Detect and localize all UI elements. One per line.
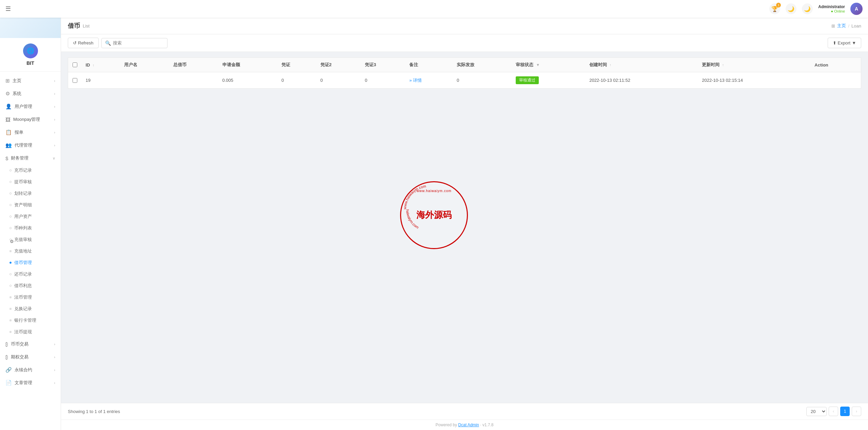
sort-updated-icon[interactable]: ↑ [722,63,724,67]
menu-label-orders: 报单 [15,129,23,135]
submenu-fiat-withdraw[interactable]: 法币提现 [0,326,61,338]
agents-icon: 👥 [5,142,12,148]
sidebar-item-home[interactable]: ⊞ 主页 › [0,74,61,87]
admin-avatar[interactable]: A [850,3,863,15]
chevron-futures: › [54,355,55,359]
next-page-button[interactable]: › [852,407,861,416]
page-footer: Powered by Dcat Admin · v1.7.8 [61,419,868,430]
moon-icon-button[interactable]: 🌙 [786,3,796,14]
export-button[interactable]: ⬆ Export ▼ [828,38,861,48]
dot-userassets [9,216,12,218]
sidebar-item-moonpay[interactable]: 🖼 Moonpay管理 › [0,113,61,126]
sidebar-item-coin-trade[interactable]: ₿ 币币交易 › [0,338,61,351]
header-left: ☰ [5,5,11,13]
sidebar-item-agents[interactable]: 👥 代理管理 › [0,139,61,152]
logo-icon: 🌐 [23,43,38,58]
table-head: ID ↑ 用户名 总借币 申请金额 凭证 [68,58,861,72]
td-apply-amount: 0.005 [218,72,277,89]
table-container: ID ↑ 用户名 总借币 申请金额 凭证 [61,52,868,403]
sort-id-icon[interactable]: ↑ [93,63,94,67]
logo-text: BIT [26,60,34,66]
menu-label-finance: 财务管理 [11,155,28,161]
chevron-articles: › [54,381,55,385]
chevron-finance: ∨ [53,156,55,161]
main-layout: 🌐 BIT ⊞ 主页 › ⚙ 系统 › [0,18,868,430]
menu-label-coin-trade: 币币交易 [11,341,28,347]
moonpay-icon: 🖼 [5,117,11,123]
sidebar-item-users[interactable]: 👤 用户管理 › [0,100,61,113]
submenu-recharge-audit[interactable]: ⚙ 充值审核 [0,234,61,245]
th-total-coin: 总借币 [169,58,218,72]
chevron-system: › [54,92,55,96]
submenu-userassets[interactable]: 用户资产 [0,211,61,222]
admin-status: ● Online [831,9,845,13]
admin-name: Administrator [818,4,845,9]
submenu-coinlist[interactable]: 币种列表 [0,222,61,234]
breadcrumb-separator: / [848,23,849,29]
th-apply-amount: 申请金额 [218,58,277,72]
th-remark: 备注 [405,58,453,72]
menu-label-users: 用户管理 [15,104,32,110]
submenu-repay[interactable]: 还币记录 [0,268,61,280]
th-id: ID ↑ [82,58,120,72]
submenu-bank[interactable]: 银行卡管理 [0,315,61,326]
submenu-recharge[interactable]: 充币记录 [0,165,61,176]
refresh-button[interactable]: ↺ Refresh [68,38,99,48]
dcat-admin-link[interactable]: Dcat Admin [458,423,479,427]
sidebar-item-system[interactable]: ⚙ 系统 › [0,87,61,100]
prev-page-button[interactable]: ‹ [829,407,838,416]
sidebar-item-perpetual[interactable]: 🔗 永续合约 › [0,363,61,376]
dot-exchange [9,308,12,310]
dot-recharge-addr [9,250,12,252]
export-icon: ⬆ [833,40,836,45]
search-input[interactable] [113,40,164,45]
submenu-withdraw[interactable]: 提币审核 [0,176,61,188]
page-1-button[interactable]: 1 [840,407,850,416]
submenu-recharge-addr[interactable]: 充值地址 [0,245,61,257]
th-created-at: 创建时间 ↑ [585,58,698,72]
submenu-exchange[interactable]: 兑换记录 [0,303,61,315]
th-updated-at: 更新时间 ↑ [698,58,810,72]
sidebar-bg [0,18,61,38]
menu-label-home: 主页 [13,78,21,84]
submenu-transfer[interactable]: 划转记录 [0,188,61,199]
breadcrumb-current: Loan [851,23,861,29]
page-title-row: 借币 List [68,22,90,30]
sidebar-item-orders[interactable]: 📋 报单 › [0,126,61,139]
home-breadcrumb-icon: ⊞ [831,23,835,29]
select-all-checkbox[interactable] [73,62,77,67]
sidebar-item-articles[interactable]: 📄 文章管理 › [0,376,61,389]
menu-label-system: 系统 [13,91,21,97]
page-size-select[interactable]: 20 50 100 [806,407,827,416]
breadcrumb: ⊞ 主页 / Loan [831,23,861,29]
sidebar-logo: 🌐 BIT [0,38,61,72]
sun-icon-button[interactable]: 🌙 [802,3,813,14]
row-checkbox[interactable] [73,78,77,83]
remark-link[interactable]: » 详情 [409,78,422,83]
th-checkbox [68,58,82,72]
submenu-fiat-mgmt[interactable]: 法币管理 [0,292,61,303]
submenu-assets[interactable]: 资产明细 [0,199,61,211]
sidebar-item-finance[interactable]: $ 财务管理 ∨ [0,152,61,165]
sidebar-item-futures[interactable]: ₿ 期权交易 › [0,351,61,363]
header-right: 🏆 1 🌙 🌙 Administrator ● Online A [769,3,863,15]
articles-icon: 📄 [5,380,12,386]
submenu-interest[interactable]: 借币利息 [0,280,61,292]
dot-coinlist [9,227,12,229]
menu-label-futures: 期权交易 [11,354,28,360]
users-icon: 👤 [5,104,12,110]
showing-text: Showing 1 to 1 of 1 entries [68,409,120,414]
submenu-loan[interactable]: 借币管理 [0,257,61,268]
data-table: ID ↑ 用户名 总借币 申请金额 凭证 [68,57,861,89]
notification-button[interactable]: 🏆 1 [769,3,780,14]
menu-label-articles: 文章管理 [15,380,32,386]
filter-audit-icon[interactable]: ▼ [536,63,540,67]
menu-toggle-icon[interactable]: ☰ [5,5,11,13]
th-voucher3: 凭证3 [361,58,405,72]
sort-created-icon[interactable]: ↑ [610,63,611,67]
admin-info: Administrator ● Online [818,4,845,13]
dot-assets [9,204,12,206]
breadcrumb-home[interactable]: 主页 [837,23,846,29]
td-remark: » 详情 [405,72,453,89]
chevron-agents: › [54,143,55,147]
